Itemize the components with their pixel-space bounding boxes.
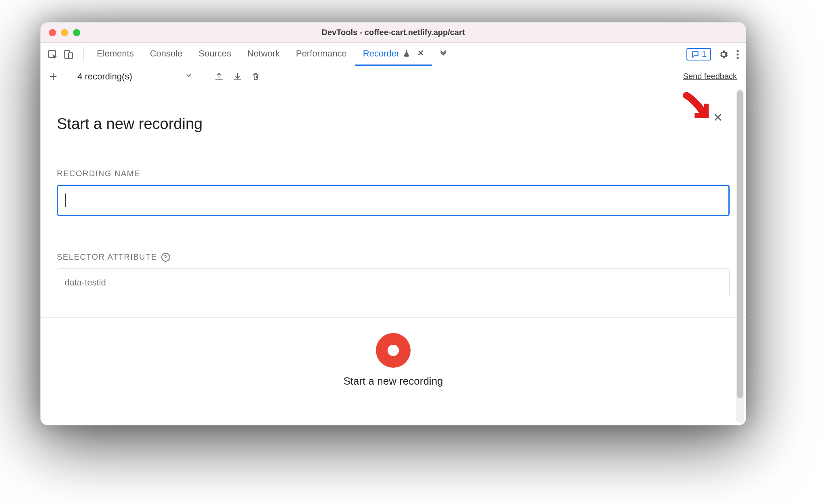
- svg-rect-2: [69, 52, 73, 58]
- device-toggle-icon[interactable]: [63, 49, 74, 60]
- inspect-icon[interactable]: [47, 49, 58, 60]
- window-controls: [49, 29, 80, 36]
- tab-elements[interactable]: Elements: [89, 43, 142, 66]
- export-icon[interactable]: [214, 72, 224, 81]
- import-icon[interactable]: [233, 72, 242, 81]
- tab-performance[interactable]: Performance: [288, 43, 355, 66]
- panel-tabs: Elements Console Sources Network Perform…: [89, 43, 454, 66]
- settings-button[interactable]: [718, 49, 729, 60]
- recorder-toolbar: 4 recording(s) S: [41, 66, 746, 87]
- devtools-window: DevTools - coffee-cart.netlify.app/cart: [40, 22, 746, 425]
- record-dot-icon: [388, 345, 399, 356]
- text-caret: [65, 194, 66, 207]
- more-menu-button[interactable]: [736, 49, 739, 60]
- tab-recorder[interactable]: Recorder: [355, 43, 432, 66]
- tab-label: Sources: [198, 48, 231, 59]
- tabs-overflow-button[interactable]: [432, 43, 454, 66]
- dropdown-label: 4 recording(s): [77, 71, 132, 82]
- scrollbar-thumb[interactable]: [737, 90, 743, 398]
- delete-icon[interactable]: [251, 72, 260, 81]
- tab-sources[interactable]: Sources: [190, 43, 239, 66]
- issues-count: 1: [702, 50, 706, 59]
- flask-icon: [403, 50, 411, 58]
- recordings-dropdown[interactable]: 4 recording(s): [75, 70, 197, 83]
- selector-attribute-input[interactable]: [57, 268, 730, 297]
- issues-badge[interactable]: 1: [686, 48, 711, 60]
- chevron-down-icon: [185, 71, 193, 82]
- close-tab-icon[interactable]: [417, 48, 424, 59]
- recording-name-label: RECORDING NAME: [57, 169, 730, 178]
- help-icon[interactable]: ?: [161, 253, 170, 262]
- maximize-window-button[interactable]: [73, 29, 80, 36]
- scrollbar[interactable]: [736, 89, 744, 423]
- start-caption: Start a new recording: [343, 375, 443, 387]
- start-recording-panel: Start a new recording RECORDING NAME SEL…: [41, 87, 746, 425]
- content-area: Start a new recording RECORDING NAME SEL…: [41, 87, 746, 425]
- separator: [83, 47, 84, 62]
- svg-point-4: [736, 53, 738, 55]
- tabs-row: Elements Console Sources Network Perform…: [41, 43, 746, 66]
- send-feedback-link[interactable]: Send feedback: [683, 72, 737, 81]
- minimize-window-button[interactable]: [61, 29, 68, 36]
- tab-label: Elements: [97, 48, 134, 59]
- svg-point-3: [736, 50, 738, 52]
- record-button[interactable]: [376, 333, 411, 368]
- tab-label: Network: [247, 48, 280, 59]
- selector-attribute-field: SELECTOR ATTRIBUTE ?: [57, 252, 730, 297]
- tab-label: Performance: [296, 48, 347, 59]
- close-panel-button[interactable]: [711, 110, 725, 124]
- tab-label: Console: [150, 48, 183, 59]
- right-actions: 1: [686, 43, 742, 66]
- recording-name-input[interactable]: [57, 185, 730, 216]
- window-title: DevTools - coffee-cart.netlify.app/cart: [41, 28, 746, 37]
- page-title: Start a new recording: [57, 115, 730, 133]
- recording-name-field: RECORDING NAME: [57, 169, 730, 216]
- tab-network[interactable]: Network: [239, 43, 288, 66]
- new-recording-button[interactable]: [46, 70, 60, 83]
- start-area: Start a new recording: [57, 318, 730, 387]
- tab-console[interactable]: Console: [142, 43, 191, 66]
- tab-label: Recorder: [363, 48, 399, 59]
- titlebar: DevTools - coffee-cart.netlify.app/cart: [41, 23, 746, 43]
- close-window-button[interactable]: [49, 29, 56, 36]
- svg-point-5: [736, 57, 738, 59]
- selector-attribute-label-text: SELECTOR ATTRIBUTE: [57, 252, 157, 262]
- selector-attribute-label: SELECTOR ATTRIBUTE ?: [57, 252, 730, 262]
